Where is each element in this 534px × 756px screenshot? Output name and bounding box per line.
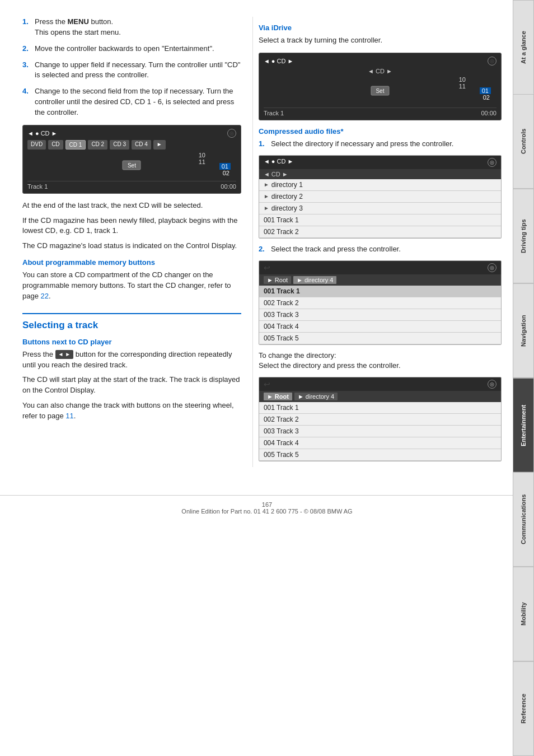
tab-mobility[interactable]: Mobility xyxy=(513,567,534,661)
idrive-sub-nav: ◄ CD ► xyxy=(264,68,496,74)
para-next-cd: At the end of the last track, the next C… xyxy=(22,200,241,211)
idrive-cd-display: ◄ ● CD ► ◎ ◄ CD ► 10 11 Set 01 02 Track … xyxy=(259,53,502,120)
via-idrive-heading: Via iDrive xyxy=(259,24,502,32)
selecting-track-heading: Selecting a track xyxy=(22,313,241,331)
idrive-num-11: 11 xyxy=(459,83,466,90)
prev-next-button-icon[interactable]: ◄ ► xyxy=(55,350,74,360)
track-item-1-5[interactable]: 005 Track 5 xyxy=(259,333,501,344)
track-item-1-2[interactable]: 002 Track 2 xyxy=(259,297,501,309)
dir-item-1-3[interactable]: ► directory 3 xyxy=(259,203,501,214)
track-display-1: ↩ ◎ ► Root ► directory 4 001 Track 1 002… xyxy=(259,260,502,345)
tab-controls[interactable]: Controls xyxy=(513,94,534,189)
cd1-tab[interactable]: CD 1 xyxy=(65,140,86,150)
track-item-1-3[interactable]: 003 Track 3 xyxy=(259,309,501,321)
cd-val-01: 01 xyxy=(219,163,231,170)
idrive-track-label: Track 1 xyxy=(264,110,284,116)
bc-root-2[interactable]: ► Root xyxy=(264,393,292,400)
dir-change-text: To change the directory:Select the direc… xyxy=(259,351,502,372)
bc-dir4-2[interactable]: ► directory 4 xyxy=(294,393,338,400)
idrive-time-label: 00:00 xyxy=(481,110,496,116)
buttons-text2: The CD will start play at the start of t… xyxy=(22,375,241,396)
buttons-text1: Press the ◄ ► button for the correspondi… xyxy=(22,349,241,371)
step-2: 2. Move the controller backwards to open… xyxy=(22,44,241,54)
compressed-heading: Compressed audio files* xyxy=(259,127,502,136)
cd3-tab[interactable]: CD 3 xyxy=(110,140,129,150)
compressed-step-2: 2. Select the track and press the contro… xyxy=(259,244,502,255)
step-text-1: Press the MENU button.This opens the sta… xyxy=(35,17,121,38)
page-number: 167 xyxy=(0,501,534,508)
right-column: Via iDrive Select a track by turning the… xyxy=(252,17,502,467)
step-text-3: Change to upper field if necessary. Turn… xyxy=(35,60,241,81)
dir-item-1-5[interactable]: 002 Track 2 xyxy=(259,226,501,238)
track-header-1: ↩ ◎ xyxy=(259,261,501,274)
cd-numbers: 10 11 Set 01 02 xyxy=(27,152,236,179)
idrive-settings-icon: ◎ xyxy=(488,57,496,66)
tab-driving-tips[interactable]: Driving tips xyxy=(513,189,534,283)
track-item-2-2[interactable]: 002 Track 2 xyxy=(259,414,501,426)
idrive-val-02: 02 xyxy=(483,94,490,101)
cd-tab[interactable]: CD xyxy=(48,140,63,150)
para-load-status: The CD magazine's load status is indicat… xyxy=(22,241,241,251)
track-header-2: ↩ ◎ xyxy=(259,377,501,391)
cd-top-nav: ◄ ● CD ► xyxy=(27,130,57,137)
dir-arrow-1-2: ► xyxy=(264,193,269,199)
dir-display-1: ◄ ● CD ► ◎ ◄ CD ► ► directory 1 ► direct… xyxy=(259,155,502,239)
cd-num-11: 11 xyxy=(199,158,205,165)
track-item-2-3[interactable]: 003 Track 3 xyxy=(259,426,501,437)
dir-arrow-1-3: ► xyxy=(264,205,269,211)
step-num-4: 4. xyxy=(22,86,30,118)
track-item-2-1[interactable]: 001 Track 1 xyxy=(259,402,501,414)
tab-at-a-glance[interactable]: At a glance xyxy=(513,0,534,94)
footer: 167 Online Edition for Part no. 01 41 2 … xyxy=(0,495,534,520)
buttons-text3: You can also change the track with butto… xyxy=(22,400,241,422)
dir-item-text-1-2: directory 2 xyxy=(271,193,303,200)
back-icon-2[interactable]: ↩ xyxy=(264,380,270,389)
cd2-tab[interactable]: CD 2 xyxy=(88,140,107,150)
dir-item-text-1-5: 002 Track 2 xyxy=(264,228,299,236)
cd-track-label: Track 1 xyxy=(27,183,48,190)
dir-item-text-1-1: directory 1 xyxy=(271,181,303,189)
cd-display-left: ◄ ● CD ► ◎ DVD CD CD 1 CD 2 CD 3 CD 4 ► … xyxy=(22,125,241,194)
dir-item-text-1-4: 001 Track 1 xyxy=(264,216,299,224)
track-item-2-4[interactable]: 004 Track 4 xyxy=(259,437,501,449)
bc-root-1[interactable]: ► Root xyxy=(264,276,291,284)
back-icon-1[interactable]: ↩ xyxy=(264,263,270,272)
about-heading: About programmable memory buttons xyxy=(22,258,241,267)
via-idrive-text: Select a track by turning the controller… xyxy=(259,35,502,46)
link-11[interactable]: 11 xyxy=(65,412,73,420)
track-item-1-1[interactable]: 001 Track 1 xyxy=(259,286,501,297)
link-22[interactable]: 22 xyxy=(41,292,49,300)
dir-settings-icon-1: ◎ xyxy=(488,158,496,167)
cd-settings-icon: ◎ xyxy=(227,129,236,138)
bc-dir4-1[interactable]: ► directory 4 xyxy=(293,276,336,284)
dir-item-text-1-3: directory 3 xyxy=(271,204,303,212)
step-num-1: 1. xyxy=(22,17,30,38)
about-text: You can store a CD compartment of the CD… xyxy=(22,270,241,302)
compressed-step-1: 1. Select the directory if necessary and… xyxy=(259,139,502,150)
dir-item-1-1[interactable]: ► directory 1 xyxy=(259,179,501,191)
tab-navigation[interactable]: Navigation xyxy=(513,283,534,378)
dir-item-1-2[interactable]: ► directory 2 xyxy=(259,191,501,203)
idrive-track-row: Track 1 00:00 xyxy=(264,108,496,116)
para-magazine-filled: If the CD magazine has been newly filled… xyxy=(22,216,241,237)
tab-communications[interactable]: Communications xyxy=(513,472,534,567)
side-tabs: At a glance Controls Driving tips Naviga… xyxy=(513,0,534,756)
step-num-2: 2. xyxy=(22,44,30,54)
dvd-tab[interactable]: DVD xyxy=(27,140,46,150)
cd4-tab[interactable]: CD 4 xyxy=(132,140,151,150)
tab-entertainment[interactable]: Entertainment xyxy=(513,378,534,473)
dir-subheader-1: ◄ CD ► xyxy=(259,169,501,179)
idrive-set-button[interactable]: Set xyxy=(371,86,389,95)
step-text-4: Change to the second field from the top … xyxy=(35,86,241,118)
left-column: 1. Press the MENU button.This opens the … xyxy=(22,17,252,467)
more-tab[interactable]: ► xyxy=(153,140,166,150)
tab-reference[interactable]: Reference xyxy=(513,661,534,756)
dir-header-1: ◄ ● CD ► ◎ xyxy=(259,156,501,169)
dir-item-1-4[interactable]: 001 Track 1 xyxy=(259,214,501,226)
compressed-step-num-2: 2. xyxy=(259,244,266,255)
track-item-1-4[interactable]: 004 Track 4 xyxy=(259,321,501,333)
track-item-2-5[interactable]: 005 Track 5 xyxy=(259,449,501,461)
step-4: 4. Change to the second field from the t… xyxy=(22,86,241,118)
cd-set-button[interactable]: Set xyxy=(123,160,141,170)
cd-tabs-row: DVD CD CD 1 CD 2 CD 3 CD 4 ► xyxy=(27,140,236,150)
